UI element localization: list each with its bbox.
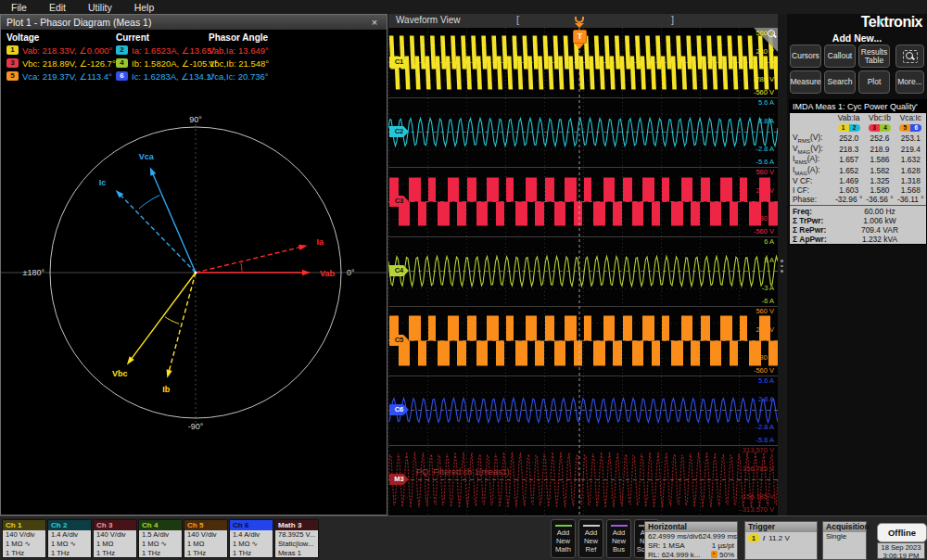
trigger-position-arrow-icon xyxy=(575,44,584,49)
add-new-ref-button[interactable]: AddNewRef xyxy=(578,519,603,558)
svg-text:-90°: -90° xyxy=(188,422,204,431)
phasor-table-row: 3Vbc: 218.89V, ∠-126.7°4Ib: 1.5820A, ∠-1… xyxy=(1,57,387,70)
trigger-panel[interactable]: Trigger 1 / 11.2 V xyxy=(744,521,818,560)
add-new-bus-button[interactable]: AddNewBus xyxy=(606,519,631,558)
search-button[interactable]: Search xyxy=(824,70,856,94)
scale-label: 6 A xyxy=(764,238,774,246)
phasor-table-row: 5Vca: 219.37V, ∠113.4°6Ic: 1.6283A, ∠134… xyxy=(1,70,387,83)
measurement-value: 218.9 xyxy=(864,145,895,154)
offline-button[interactable]: Offline xyxy=(877,523,927,542)
channel-badge-line: 140 V/div xyxy=(184,530,227,540)
channel-badge-ch2[interactable]: Ch 21.4 A/div1 MΩ ∿1 THz xyxy=(47,519,92,558)
measurement-label: IRMS(A): xyxy=(790,154,833,165)
channel-badge-ch3[interactable]: Ch 3140 V/div1 MΩ1 THz xyxy=(93,519,137,558)
menu-utility[interactable]: Utility xyxy=(77,2,123,13)
measurement-value: 1.632 xyxy=(895,155,926,164)
current-cell: 6Ic: 1.6283A, ∠134.1° xyxy=(116,71,209,82)
add-new-math-button[interactable]: AddNewMath xyxy=(551,519,576,558)
phasor-angle-cell: Vbc,Ib: 21.548° xyxy=(209,58,387,69)
phasor-angle-cell: Vab,Ia: 13.649° xyxy=(209,45,387,56)
channel-badge: 3 xyxy=(6,58,19,68)
scale-label: 5.6 A xyxy=(758,99,774,107)
phasor-angle-value: Vbc,Ib: 21.548° xyxy=(209,58,269,69)
plot-button[interactable]: Plot xyxy=(858,70,890,94)
results-table-button[interactable]: Results Table xyxy=(858,45,890,68)
channel-badge-line: 1 MΩ ∿ xyxy=(230,540,273,549)
results-row: V CF:1.4691.3251.318 xyxy=(790,176,926,185)
measure-button[interactable]: Measure xyxy=(790,70,821,94)
svg-text:Ic: Ic xyxy=(99,178,107,187)
sample-rate: SR: 1 MSA xyxy=(648,541,685,551)
trigger-level-arrow-icon[interactable] xyxy=(771,58,778,66)
results-column-header: Vbc:Ib xyxy=(864,113,895,122)
summary-value: 60.00 Hz xyxy=(833,207,926,216)
channel-badge-ch1[interactable]: Ch 1140 V/div1 MΩ ∿1 THz xyxy=(2,519,46,558)
badge-half: 4 xyxy=(880,124,891,132)
scale-label: 280 V xyxy=(756,48,774,56)
trigger-source-badge: 1 xyxy=(748,534,759,542)
horizontal-rate: 62.4999 ms/div xyxy=(648,532,698,541)
results-column-header: Vca:Ic xyxy=(895,113,926,122)
summary-row: Σ RePwr:709.4 VAR xyxy=(790,225,926,235)
channel-badge-ch4[interactable]: Ch 41.5 A/div1 MΩ ∿1 THz xyxy=(138,519,183,558)
measurement-value: 1.580 xyxy=(864,185,895,195)
voltage-value: Vca: 219.37V, ∠113.4° xyxy=(22,71,112,82)
menu-help[interactable]: Help xyxy=(123,2,166,13)
phasor-titlebar[interactable]: Plot 1 - Phasor Diagram (Meas 1) × xyxy=(1,15,387,30)
summary-row: Freq:60.00 Hz xyxy=(790,207,926,216)
results-table-title[interactable]: IMDA Meas 1: Cyc Power Quality' xyxy=(790,100,926,113)
column-header: Current xyxy=(116,32,209,43)
channel-pair-badge: 12 xyxy=(838,124,860,132)
measurement-value: 1.582 xyxy=(864,166,895,175)
menu-file[interactable]: File xyxy=(0,2,38,13)
zoom-box-button[interactable] xyxy=(895,45,924,68)
close-icon[interactable]: × xyxy=(368,17,381,28)
more--button[interactable]: More... xyxy=(895,70,924,94)
current-value: Ic: 1.6283A, ∠134.1° xyxy=(132,71,214,82)
summary-label: Σ RePwr: xyxy=(790,225,833,235)
waveform-grid[interactable]: T PQ: Filtered ch 1(meas1) C1560 V280 V-… xyxy=(388,28,778,515)
expansion-point-icon[interactable] xyxy=(573,16,584,27)
waveform-traces xyxy=(388,28,778,515)
voltage-cell: 3Vbc: 218.89V, ∠-126.7° xyxy=(6,58,116,69)
trigger-position-marker[interactable]: T xyxy=(573,30,587,44)
add-new-heading: Add New... xyxy=(787,32,927,44)
measurement-value: 253.1 xyxy=(895,134,926,143)
channel-badge-title: Ch 6 xyxy=(230,520,273,530)
results-row: Phase:-32.96 °-36.56 °-36.11 ° xyxy=(790,195,926,204)
svg-text:Ia: Ia xyxy=(317,237,325,247)
scale-label: -280 V xyxy=(754,354,774,362)
channel-badge-line: 1 THz xyxy=(94,549,136,558)
channel-badge-ch6[interactable]: Ch 61.4 A/div1 MΩ ∿1 THz xyxy=(229,519,273,558)
results-header-row: Vab:IaVbc:IbVca:Ic xyxy=(790,113,926,122)
record-length: RL: 624.999 k... xyxy=(648,551,700,560)
zoom-right-bracket[interactable]: ] xyxy=(671,14,674,25)
voltage-cell: 1Vab: 218.33V, ∠0.000° xyxy=(6,45,116,56)
scale-label: -5.6 A xyxy=(756,437,774,444)
acquisition-panel[interactable]: Acquisition Single xyxy=(822,521,867,560)
menu-edit[interactable]: Edit xyxy=(38,2,77,13)
scale-label: 313.570 V xyxy=(743,447,774,454)
summary-row: Σ ApPwr:1.232 kVA xyxy=(790,235,926,244)
channel-badge-title: Ch 4 xyxy=(139,520,182,530)
channel-badge-math3[interactable]: Math 378.3925 V...Static|low...Meas 1 xyxy=(274,519,319,558)
measurement-value: 219.4 xyxy=(895,145,926,154)
zoom-left-bracket[interactable]: [ xyxy=(516,14,519,25)
measurement-value: 1.325 xyxy=(864,176,895,185)
math3-source-label: PQ: Filtered ch 1(meas1) xyxy=(416,467,510,477)
cursors-button[interactable]: Cursors xyxy=(790,45,821,68)
summary-value: 1.006 kW xyxy=(833,216,926,225)
divider-drag-handle[interactable] xyxy=(781,257,783,275)
horizontal-panel[interactable]: Horizontal 62.4999 ms/div 624.999 ms SR:… xyxy=(644,521,738,560)
badge-cell: 34 xyxy=(864,122,895,133)
scale-label: -6 A xyxy=(762,298,774,305)
scale-label: -5.6 A xyxy=(756,159,774,166)
channel-badge-line: 1 THz xyxy=(184,549,227,558)
phasor-window: Plot 1 - Phasor Diagram (Meas 1) × Volta… xyxy=(0,14,387,515)
channel-badge-ch5[interactable]: Ch 5140 V/div1 MΩ1 THz xyxy=(184,519,228,558)
waveform-header: Waveform View [ ] xyxy=(388,14,778,29)
acquisition-mode: Single xyxy=(823,532,866,541)
callout-button[interactable]: Callout xyxy=(824,45,856,68)
trigger-title: Trigger xyxy=(745,522,817,532)
badge-half: 6 xyxy=(910,124,921,132)
